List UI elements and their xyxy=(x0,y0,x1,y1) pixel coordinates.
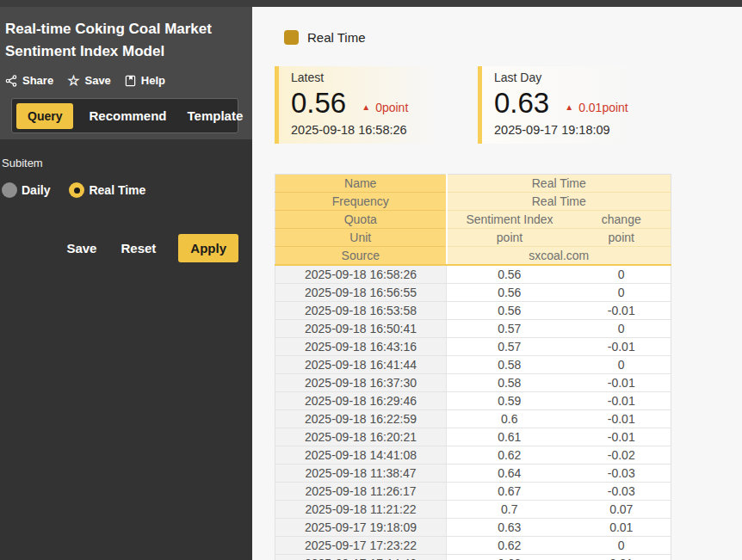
meta-value: Sentiment Index xyxy=(447,211,572,229)
cell-value: 0.64 xyxy=(447,465,572,483)
cell-value: 0.62 xyxy=(447,537,572,555)
cell-value: 0.56 xyxy=(447,302,572,320)
cell-change: 0 xyxy=(572,356,671,374)
meta-row-frequency: Frequency Real Time xyxy=(275,193,671,211)
table-row: 2025-09-18 16:37:300.58-0.01 xyxy=(275,374,671,392)
tab-template[interactable]: Template xyxy=(182,102,249,129)
table-row: 2025-09-18 16:29:460.59-0.01 xyxy=(275,392,671,410)
cell-change: 0.01 xyxy=(572,519,671,537)
cell-change: 0.01 xyxy=(572,555,671,560)
meta-label: Quota xyxy=(275,211,447,229)
subitem-label: Subitem xyxy=(2,157,238,169)
up-triangle-icon: ▲ xyxy=(362,103,370,112)
table-row: 2025-09-18 11:21:220.70.07 xyxy=(275,501,671,519)
stat-delta-text: 0.01point xyxy=(578,101,628,114)
tab-query[interactable]: Query xyxy=(16,103,73,129)
tab-recommend[interactable]: Recommend xyxy=(83,102,171,129)
cell-time: 2025-09-18 11:21:22 xyxy=(275,501,447,519)
stat-value: 0.63 xyxy=(494,88,549,119)
meta-value2: change xyxy=(572,211,671,229)
stat-timestamp: 2025-09-17 19:18:09 xyxy=(494,123,650,137)
table-row: 2025-09-18 16:43:160.57-0.01 xyxy=(275,338,671,356)
cell-value: 0.57 xyxy=(447,320,572,338)
cell-value: 0.6 xyxy=(447,410,572,428)
cell-change: -0.01 xyxy=(572,410,671,428)
cell-change: -0.03 xyxy=(572,483,671,501)
cell-value: 0.58 xyxy=(447,374,572,392)
radio-daily[interactable]: Daily xyxy=(2,182,50,198)
tab-bar: Query Recommend Template xyxy=(11,98,238,133)
stat-delta: ▲ 0.01point xyxy=(565,101,628,119)
save-button[interactable]: Save xyxy=(58,234,105,262)
stat-title: Latest xyxy=(291,71,447,84)
cell-change: -0.01 xyxy=(572,428,671,446)
cell-change: 0.07 xyxy=(572,501,671,519)
cell-time: 2025-09-18 16:58:26 xyxy=(275,265,447,284)
meta-value: point xyxy=(447,229,572,247)
top-bar xyxy=(0,0,742,7)
cell-value: 0.62 xyxy=(447,446,572,465)
table-row: 2025-09-18 16:20:210.61-0.01 xyxy=(275,428,671,446)
radio-daily-label: Daily xyxy=(22,183,50,197)
cell-change: -0.01 xyxy=(572,392,671,410)
cell-time: 2025-09-18 16:56:55 xyxy=(275,284,447,302)
page-title: Real-time Coking Coal Market Sentiment I… xyxy=(5,18,242,63)
action-bar: Share ☆ Save Help xyxy=(5,74,252,87)
sidebar-header: Real-time Coking Coal Market Sentiment I… xyxy=(0,0,252,139)
cell-change: -0.01 xyxy=(572,374,671,392)
cell-time: 2025-09-18 16:29:46 xyxy=(275,392,447,410)
stat-timestamp: 2025-09-18 16:58:26 xyxy=(291,123,447,137)
cell-time: 2025-09-18 16:53:58 xyxy=(275,302,447,320)
meta-value: sxcoal.com xyxy=(447,247,671,266)
table-row: 2025-09-17 19:18:090.630.01 xyxy=(275,519,671,537)
cell-change: 0 xyxy=(572,537,671,555)
cell-time: 2025-09-18 16:37:30 xyxy=(275,374,447,392)
cell-time: 2025-09-18 14:41:08 xyxy=(275,446,447,465)
help-button[interactable]: Help xyxy=(125,74,165,87)
legend-swatch-icon xyxy=(284,30,299,45)
reset-button[interactable]: Reset xyxy=(112,234,164,262)
cell-time: 2025-09-17 17:14:40 xyxy=(275,555,447,560)
cell-value: 0.58 xyxy=(447,356,572,374)
stat-title: Last Day xyxy=(494,71,650,84)
radio-real-time[interactable]: Real Time xyxy=(69,182,145,198)
meta-row-quota: Quota Sentiment Index change xyxy=(275,211,671,229)
cell-time: 2025-09-18 11:26:17 xyxy=(275,483,447,501)
table-row: 2025-09-18 16:22:590.6-0.01 xyxy=(275,410,671,428)
table-row: 2025-09-18 16:58:260.560 xyxy=(275,265,671,284)
table-row: 2025-09-18 11:26:170.67-0.03 xyxy=(275,483,671,501)
meta-row-name: Name Real Time xyxy=(275,175,671,193)
data-table: Name Real Time Frequency Real Time Quota… xyxy=(275,174,671,560)
meta-label: Frequency xyxy=(275,193,447,211)
meta-row-unit: Unit point point xyxy=(275,229,671,247)
stat-value: 0.56 xyxy=(291,88,346,119)
legend-label: Real Time xyxy=(307,30,366,45)
cell-change: -0.03 xyxy=(572,465,671,483)
meta-value: Real Time xyxy=(447,193,671,211)
stat-cards: Latest 0.56 ▲ 0point 2025-09-18 16:58:26… xyxy=(275,66,742,144)
sidebar-filter-panel: Subitem Daily Real Time Save Reset Apply xyxy=(0,139,252,262)
help-label: Help xyxy=(141,74,165,87)
sidebar: Real-time Coking Coal Market Sentiment I… xyxy=(0,0,252,560)
legend-real-time[interactable]: Real Time xyxy=(284,30,742,45)
cell-change: -0.01 xyxy=(572,338,671,356)
share-button[interactable]: Share xyxy=(5,74,53,87)
radio-on-icon xyxy=(69,182,84,198)
star-icon: ☆ xyxy=(67,75,79,87)
stat-card-latest: Latest 0.56 ▲ 0point 2025-09-18 16:58:26 xyxy=(275,66,447,144)
cell-time: 2025-09-18 16:20:21 xyxy=(275,428,447,446)
cell-change: 0 xyxy=(572,265,671,284)
cell-time: 2025-09-18 16:50:41 xyxy=(275,320,447,338)
filter-buttons: Save Reset Apply xyxy=(2,234,238,262)
save-bookmark-button[interactable]: ☆ Save xyxy=(67,74,111,87)
cell-time: 2025-09-17 19:18:09 xyxy=(275,519,447,537)
cell-time: 2025-09-18 16:22:59 xyxy=(275,410,447,428)
meta-label: Name xyxy=(275,175,447,193)
cell-value: 0.59 xyxy=(447,392,572,410)
apply-button[interactable]: Apply xyxy=(178,234,238,262)
table-row: 2025-09-18 16:50:410.570 xyxy=(275,320,671,338)
stat-delta-text: 0point xyxy=(375,101,408,114)
cell-value: 0.57 xyxy=(447,338,572,356)
share-label: Share xyxy=(22,74,53,87)
cell-value: 0.63 xyxy=(447,519,572,537)
